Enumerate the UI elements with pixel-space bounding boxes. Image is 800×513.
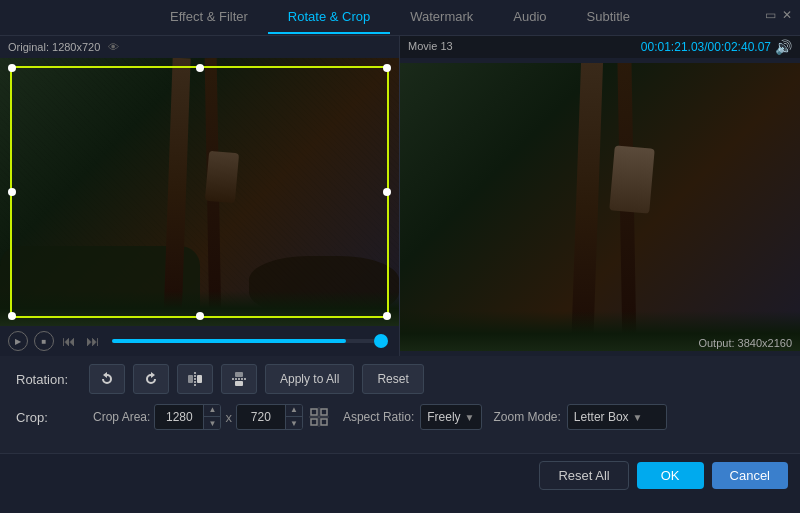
svg-rect-4 bbox=[235, 381, 243, 386]
aspect-ratio-value: Freely bbox=[427, 410, 460, 424]
close-icon[interactable]: ✕ bbox=[782, 8, 792, 22]
svg-rect-7 bbox=[321, 409, 327, 415]
x-separator: x bbox=[225, 410, 232, 425]
tab-subtitle[interactable]: Subtitle bbox=[567, 1, 650, 34]
controls-area: Rotation: bbox=[0, 356, 800, 453]
svg-rect-1 bbox=[197, 375, 202, 383]
minimize-icon[interactable]: ▭ bbox=[765, 8, 776, 22]
right-panel: Movie 13 00:01:21.03/00:02:40.07 🔊 Outpu… bbox=[400, 36, 800, 356]
playback-bar: ▶ ■ ⏮ ⏭ bbox=[0, 326, 399, 356]
svg-rect-6 bbox=[311, 409, 317, 415]
aspect-ratio-arrow: ▼ bbox=[465, 412, 475, 423]
left-panel: Original: 1280x720 👁 bbox=[0, 36, 400, 356]
crop-height-spinners: ▲ ▼ bbox=[285, 404, 302, 430]
svg-rect-0 bbox=[188, 375, 193, 383]
right-figure bbox=[609, 146, 655, 214]
tab-watermark[interactable]: Watermark bbox=[390, 1, 493, 34]
reset-all-button[interactable]: Reset All bbox=[539, 461, 628, 490]
crop-height-up[interactable]: ▲ bbox=[286, 404, 302, 417]
crop-height-input-wrapper: ▲ ▼ bbox=[236, 404, 303, 430]
tab-audio[interactable]: Audio bbox=[493, 1, 566, 34]
rotate-left-90-button[interactable] bbox=[89, 364, 125, 394]
crop-width-spinners: ▲ ▼ bbox=[203, 404, 220, 430]
crop-row: Crop: Crop Area: ▲ ▼ x ▲ ▼ bbox=[16, 404, 784, 430]
original-info: Original: 1280x720 👁 bbox=[0, 36, 399, 58]
crop-area-group: Crop Area: ▲ ▼ x ▲ ▼ bbox=[93, 404, 331, 430]
svg-rect-8 bbox=[311, 419, 317, 425]
tab-rotate[interactable]: Rotate & Crop bbox=[268, 1, 390, 34]
crop-label: Crop: bbox=[16, 410, 81, 425]
time-row: 00:01:21.03/00:02:40.07 🔊 bbox=[641, 40, 792, 54]
zoom-mode-group: Zoom Mode: Letter Box ▼ bbox=[494, 404, 667, 430]
svg-rect-3 bbox=[235, 372, 243, 377]
svg-rect-9 bbox=[321, 419, 327, 425]
rotation-label: Rotation: bbox=[16, 372, 81, 387]
crop-width-input[interactable] bbox=[155, 410, 203, 424]
output-label-container: Output: 3840x2160 bbox=[698, 335, 792, 350]
video-bg-left bbox=[0, 58, 399, 326]
aspect-ratio-select[interactable]: Freely ▼ bbox=[420, 404, 481, 430]
timeline-track[interactable] bbox=[112, 339, 387, 343]
crop-width-up[interactable]: ▲ bbox=[204, 404, 220, 417]
play-button[interactable]: ▶ bbox=[8, 331, 28, 351]
crop-height-down[interactable]: ▼ bbox=[286, 417, 302, 430]
crop-width-input-wrapper: ▲ ▼ bbox=[154, 404, 221, 430]
tab-bar: Effect & Filter Rotate & Crop Watermark … bbox=[0, 0, 800, 36]
right-top-bar bbox=[400, 58, 800, 63]
ok-button[interactable]: OK bbox=[637, 462, 704, 489]
apply-to-all-button[interactable]: Apply to All bbox=[265, 364, 354, 394]
zoom-mode-value: Letter Box bbox=[574, 410, 629, 424]
cancel-button[interactable]: Cancel bbox=[712, 462, 788, 489]
zoom-mode-label: Zoom Mode: bbox=[494, 410, 561, 424]
output-label: Output: 3840x2160 bbox=[698, 337, 792, 349]
crop-width-down[interactable]: ▼ bbox=[204, 417, 220, 430]
bottom-bar: Reset All OK Cancel bbox=[0, 453, 800, 497]
video-preview-right bbox=[400, 58, 800, 356]
movie-label: Movie 13 bbox=[408, 40, 453, 54]
original-label: Original: 1280x720 bbox=[8, 41, 100, 53]
rotation-row: Rotation: bbox=[16, 364, 784, 394]
aspect-ratio-group: Aspect Ratio: Freely ▼ bbox=[343, 404, 482, 430]
zoom-mode-select[interactable]: Letter Box ▼ bbox=[567, 404, 667, 430]
video-canvas-left bbox=[0, 58, 399, 326]
figure-shape bbox=[205, 151, 239, 203]
stop-button[interactable]: ■ bbox=[34, 331, 54, 351]
crop-area-label: Crop Area: bbox=[93, 410, 150, 424]
time-display: 00:01:21.03/00:02:40.07 bbox=[641, 40, 771, 54]
center-crop-icon[interactable] bbox=[307, 405, 331, 429]
volume-icon[interactable]: 🔊 bbox=[775, 39, 792, 55]
timeline-thumb[interactable] bbox=[374, 334, 388, 348]
crop-height-input[interactable] bbox=[237, 410, 285, 424]
flip-vertical-button[interactable] bbox=[221, 364, 257, 394]
tab-effect[interactable]: Effect & Filter bbox=[150, 1, 268, 34]
reset-button[interactable]: Reset bbox=[362, 364, 423, 394]
next-button[interactable]: ⏭ bbox=[84, 333, 102, 349]
aspect-ratio-label: Aspect Ratio: bbox=[343, 410, 414, 424]
prev-button[interactable]: ⏮ bbox=[60, 333, 78, 349]
right-bottom-bar bbox=[400, 351, 800, 356]
window-controls: ▭ ✕ bbox=[765, 8, 792, 22]
zoom-mode-arrow: ▼ bbox=[633, 412, 643, 423]
ground bbox=[0, 291, 399, 326]
rotate-right-90-button[interactable] bbox=[133, 364, 169, 394]
timeline-progress bbox=[112, 339, 346, 343]
right-panel-info: Movie 13 00:01:21.03/00:02:40.07 🔊 bbox=[400, 36, 800, 58]
preview-area: Original: 1280x720 👁 bbox=[0, 36, 800, 356]
eye-icon[interactable]: 👁 bbox=[108, 41, 119, 53]
flip-horizontal-button[interactable] bbox=[177, 364, 213, 394]
